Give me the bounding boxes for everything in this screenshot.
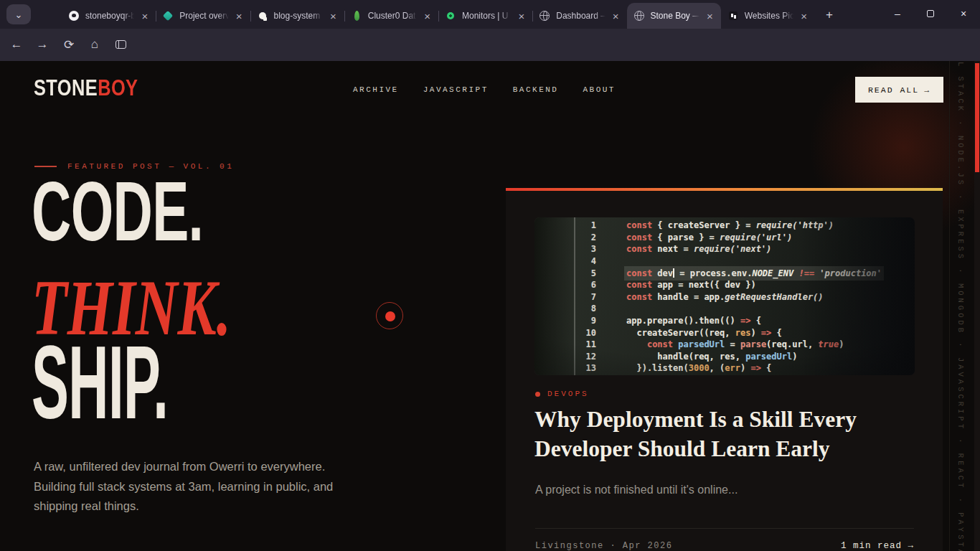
page-scrollbar[interactable] [974,61,980,551]
maximize-button[interactable] [914,0,947,27]
home-icon: ⌂ [91,37,98,52]
maximize-icon [927,10,934,17]
tab-title: Cluster0 Dat [368,11,417,21]
code-line: 9app.prepare().then(() => { [534,315,915,327]
greendot-tab-icon [445,10,456,22]
tab-close-icon[interactable]: × [329,11,338,22]
browser-tab-strip: ⌄ stoneboyqr-b×Project overv×blog-system… [0,0,980,29]
tab-close-icon[interactable]: × [140,11,149,22]
code-line: 14 if (err) throw err [534,375,915,375]
close-window-button[interactable]: × [947,0,980,27]
code-line: 7const handle = app.getRequestHandler() [534,291,915,303]
tab-list: stoneboyqr-b×Project overv×blog-system×C… [62,0,815,29]
read-time-link[interactable]: 1 min read → [841,541,914,551]
forward-icon: → [37,37,49,52]
tab-close-icon[interactable]: × [611,11,621,22]
custom-cursor [376,302,403,329]
code-lines: 1const { createServer } = require('http'… [534,220,915,375]
code-line: 12 handle(req, res, parsedUrl) [534,351,915,363]
site-logo[interactable]: STONEBOY [34,75,138,101]
tab-close-icon[interactable]: × [517,11,526,22]
tab-title: blog-system [274,11,323,21]
card-footer: Livingstone · Apr 2026 1 min read → [535,541,914,551]
side-marquee-strip: FULL STACK · NODE.JS · EXPRESS · MONGODB… [949,61,972,551]
browser-tab[interactable]: Websites Pic× [721,3,815,29]
main-nav: ARCHIVEJAVASCRIPTBACKENDABOUT [353,85,616,94]
code-line: 10 createServer((req, res) => { [534,326,915,339]
code-line: 4 [534,255,915,268]
article-title[interactable]: Why Deployment Is a Skill Every Develope… [534,405,904,463]
browser-tab[interactable]: blog-system× [250,3,344,29]
author-date: Livingstone · Apr 2026 [535,541,672,551]
browser-tab[interactable]: Project overv× [156,3,250,29]
browser-tab[interactable]: Stone Boy —× [627,3,721,29]
home-button[interactable]: ⌂ [84,34,105,55]
code-line: 1const { createServer } = require('http'… [534,220,915,232]
category-tag[interactable]: DEVOPS [535,390,589,398]
article-excerpt: A project is not finished until it's onl… [535,484,738,496]
diamond-tab-icon [162,10,174,22]
webpage: STONEBOY ARCHIVEJAVASCRIPTBACKENDABOUT R… [0,61,980,551]
browser-toolbar: ← → ⟳ ⌂ blog-system-89oc.onrender.com/in… [0,29,980,61]
scrollbar-thumb[interactable] [975,63,979,172]
logo-part-stone: STONE [34,75,98,100]
tab-close-icon[interactable]: × [423,11,432,22]
nav-item-about[interactable]: ABOUT [583,85,616,94]
minimize-button[interactable]: – [881,0,914,27]
side-panel-button[interactable] [110,34,131,55]
mongodb-tab-icon [351,10,362,22]
category-dot-icon [535,392,540,397]
nav-item-javascript[interactable]: JAVASCRIPT [423,85,489,94]
code-line: 8 [534,303,915,315]
logo-part-boy: BOY [98,75,138,100]
category-label: DEVOPS [547,390,589,398]
tab-title: Stone Boy — [651,11,699,21]
tab-close-icon[interactable]: × [799,11,809,22]
browser-tab[interactable]: stoneboyqr-b× [62,3,156,29]
github-tab-icon [68,10,80,22]
forward-button[interactable]: → [32,34,53,55]
read-all-button[interactable]: READ ALL → [855,77,943,103]
code-line: 6const app = next({ dev }) [534,279,915,291]
tab-search-button[interactable]: ⌄ [6,4,31,24]
browser-tab[interactable]: Monitors | U× [438,3,532,29]
code-line: 13 }).listen(3000, (err) => { [534,362,915,375]
code-screenshot-image: 1const { createServer } = require('http'… [534,217,915,375]
code-line: 11 const parsedUrl = parse(req.url, true… [534,339,915,351]
nav-item-archive[interactable]: ARCHIVE [353,85,399,94]
hero-line-code: CODE. [32,170,203,253]
nav-item-backend[interactable]: BACKEND [513,85,559,94]
render-tab-icon [257,10,268,22]
tab-title: stoneboyqr-b [85,11,134,21]
tab-close-icon[interactable]: × [235,11,244,22]
tab-title: Monitors | U [462,11,511,21]
code-line: 3const next = require('next') [534,243,915,255]
code-line: 5const dev = process.env.NODE_ENV !== 'p… [534,267,915,279]
back-button[interactable]: ← [6,34,27,55]
arrow-right-icon: → [924,85,930,95]
chevron-down-icon: ⌄ [15,9,23,20]
browser-tab[interactable]: Dashboard –× [532,3,626,29]
side-marquee-text: FULL STACK · NODE.JS · EXPRESS · MONGODB… [956,61,965,551]
window-controls: – × [881,0,980,27]
card-divider [535,528,914,529]
globe-tab-icon [539,10,550,22]
side-panel-icon [116,40,126,49]
globe-tab-icon [633,10,645,22]
pixel-tab-icon [727,10,739,22]
code-line: 2const { parse } = require('url') [534,232,915,244]
screen: ⌄ stoneboyqr-b×Project overv×blog-system… [0,0,980,551]
hero-line-ship: SHIP. [32,331,168,435]
new-tab-button[interactable]: + [819,6,839,24]
browser-tab[interactable]: Cluster0 Dat× [344,3,438,29]
read-all-label: READ ALL [868,85,919,95]
tab-title: Dashboard – [556,11,605,21]
back-icon: ← [11,37,23,52]
card-gradient-bar [506,188,943,191]
featured-article-card[interactable]: 1const { createServer } = require('http'… [506,188,943,551]
site-tagline: A raw, unfiltered dev journal from Owerr… [34,457,353,517]
tab-close-icon[interactable]: × [705,11,715,22]
reload-button[interactable]: ⟳ [58,34,80,55]
tab-title: Project overv [179,11,228,21]
cursor-dot [385,311,395,321]
